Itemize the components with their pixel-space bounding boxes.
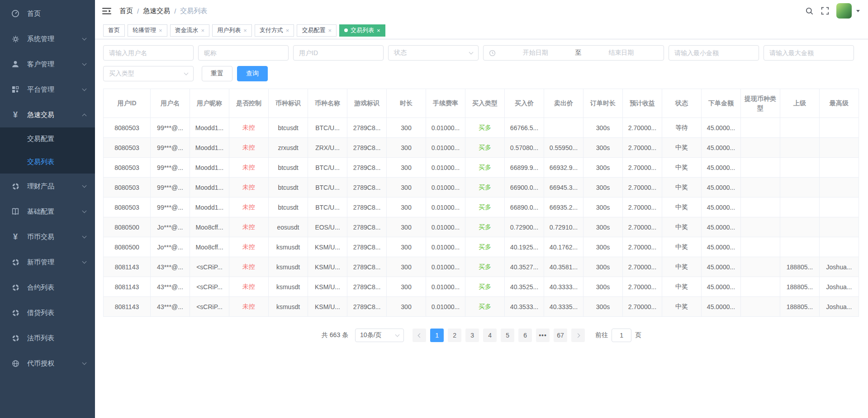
page-buttons: 123456•••67 [430, 329, 567, 342]
header-actions [805, 3, 860, 19]
tab-carousel-management[interactable]: 轮播管理× [128, 24, 167, 37]
nickname-input[interactable] [198, 45, 289, 61]
table-cell: 8080503 [104, 158, 151, 178]
control-status-cell[interactable]: 未控 [229, 138, 269, 158]
sidebar-item-basic-config[interactable]: 基础配置 [0, 199, 95, 224]
sidebar-item-token-authorization[interactable]: 代币授权 [0, 351, 95, 376]
column-header: 用户名 [151, 89, 190, 118]
avatar[interactable] [836, 3, 852, 19]
control-status-cell[interactable]: 未控 [229, 277, 269, 297]
chevron-down-icon [469, 50, 474, 54]
sidebar-item-coin-trade[interactable]: ¥币币交易 [0, 224, 95, 249]
table-cell: 45.0000... [702, 197, 741, 217]
table-cell: 2.70000... [623, 297, 662, 317]
control-status-cell[interactable]: 未控 [229, 158, 269, 178]
control-status-cell[interactable]: 未控 [229, 118, 269, 138]
buy-type-select[interactable]: 买入类型 [103, 66, 194, 81]
sidebar-item-system-management[interactable]: 系统管理 [0, 26, 95, 52]
menu-fold-icon[interactable] [102, 7, 111, 15]
sidebar-item-contract-list[interactable]: 合约列表 [0, 275, 95, 300]
sidebar-item-express-trade[interactable]: ¥急速交易 [0, 102, 95, 127]
table-cell [741, 277, 780, 297]
sidebar-item-home[interactable]: 首页 [0, 1, 95, 26]
column-header: 最高级 [820, 89, 859, 118]
sidebar-item-customer-management[interactable]: 客户管理 [0, 52, 95, 77]
control-status-cell[interactable]: 未控 [229, 197, 269, 217]
tab-user-list[interactable]: 用户列表× [212, 24, 252, 37]
breadcrumb-express-trade[interactable]: 急速交易 [143, 7, 170, 15]
sidebar-item-new-coin-management[interactable]: 新币管理 [0, 249, 95, 275]
total-count-label: 共 663 条 [322, 331, 348, 339]
min-amount-input[interactable] [669, 45, 759, 61]
chevron-down-icon[interactable] [856, 10, 860, 12]
page-button-3[interactable]: 3 [465, 329, 479, 342]
max-amount-input[interactable] [764, 45, 854, 61]
page-button-6[interactable]: 6 [518, 329, 532, 342]
status-select[interactable]: 状态 [388, 45, 479, 61]
date-range-picker[interactable]: 开始日期 至 结束日期 [483, 45, 664, 61]
table-cell [780, 217, 820, 237]
prev-page-button[interactable] [413, 329, 426, 342]
search-icon[interactable] [805, 7, 814, 15]
table-cell: 2.70000... [623, 138, 662, 158]
next-page-button[interactable] [571, 329, 585, 342]
table-cell: 45.0000... [702, 178, 741, 197]
tab-bar: 首页轮播管理×资金流水×用户列表×支付方式×交易配置×交易列表× [95, 22, 868, 39]
sidebar-item-trade-config[interactable]: 交易配置 [0, 127, 95, 150]
table-cell: Moodd1... [190, 138, 229, 158]
sidebar-item-fiat-list[interactable]: 法币列表 [0, 325, 95, 351]
tab-fund-flow[interactable]: 资金流水× [170, 24, 210, 37]
reset-button[interactable]: 重置 [202, 66, 232, 81]
control-status-cell[interactable]: 未控 [229, 297, 269, 317]
table-row: 8080500Jo***@...Moo8cff...未控ksmusdtKSM/U… [104, 237, 859, 257]
control-status-cell[interactable]: 未控 [229, 257, 269, 277]
goto-page-input[interactable] [612, 329, 631, 342]
tab-label: 用户列表 [217, 26, 241, 34]
end-date-placeholder[interactable]: 结束日期 [584, 49, 659, 57]
breadcrumb-home[interactable]: 首页 [119, 7, 133, 15]
page-button-2[interactable]: 2 [448, 329, 461, 342]
table-cell: Moodd1... [190, 158, 229, 178]
column-header: 买入价 [505, 89, 544, 118]
username-input[interactable] [103, 45, 194, 61]
table-cell: 300s [583, 178, 623, 197]
table-cell [741, 297, 780, 317]
tab-label: 首页 [108, 26, 120, 34]
tab-close-icon[interactable]: × [328, 28, 332, 33]
control-status-cell[interactable]: 未控 [229, 217, 269, 237]
table-cell: 40.3527... [505, 257, 544, 277]
control-status-cell[interactable]: 未控 [229, 237, 269, 257]
sidebar-item-trade-list[interactable]: 交易列表 [0, 150, 95, 174]
page-button-1[interactable]: 1 [430, 329, 444, 342]
start-date-placeholder[interactable]: 开始日期 [498, 49, 573, 57]
table-cell: Moodd1... [190, 178, 229, 197]
fullscreen-icon[interactable] [821, 7, 829, 15]
sidebar-item-label: 基础配置 [27, 207, 54, 216]
page-button-5[interactable]: 5 [501, 329, 514, 342]
table-cell: 2789C8... [347, 197, 387, 217]
search-button[interactable]: 查询 [237, 66, 268, 81]
tab-home[interactable]: 首页 [103, 24, 125, 37]
page-button-4[interactable]: 4 [483, 329, 497, 342]
page-size-select[interactable]: 10条/页 [355, 329, 404, 342]
column-header: 手续费率 [426, 89, 465, 118]
page-button-67[interactable]: 67 [554, 329, 567, 342]
tab-close-icon[interactable]: × [201, 28, 205, 33]
tab-payment-method[interactable]: 支付方式× [255, 24, 294, 37]
tab-trade-config[interactable]: 交易配置× [297, 24, 337, 37]
table-cell: BTC/U... [308, 178, 347, 197]
userid-input[interactable] [293, 45, 384, 61]
control-status-cell[interactable]: 未控 [229, 178, 269, 197]
sidebar-item-platform-management[interactable]: 平台管理 [0, 77, 95, 102]
tab-close-icon[interactable]: × [159, 28, 162, 33]
sidebar-item-label: 急速交易 [27, 111, 54, 119]
tab-close-icon[interactable]: × [286, 28, 289, 33]
chevron-down-icon [82, 361, 87, 365]
table-cell: 中奖 [662, 178, 702, 197]
tab-close-icon[interactable]: × [377, 28, 380, 33]
sidebar-item-loan-list[interactable]: 借贷列表 [0, 300, 95, 325]
pager-more-button[interactable]: ••• [536, 329, 550, 342]
tab-trade-list[interactable]: 交易列表× [339, 24, 385, 37]
tab-close-icon[interactable]: × [243, 28, 247, 33]
sidebar-item-wealth-products[interactable]: 理财产品 [0, 174, 95, 199]
